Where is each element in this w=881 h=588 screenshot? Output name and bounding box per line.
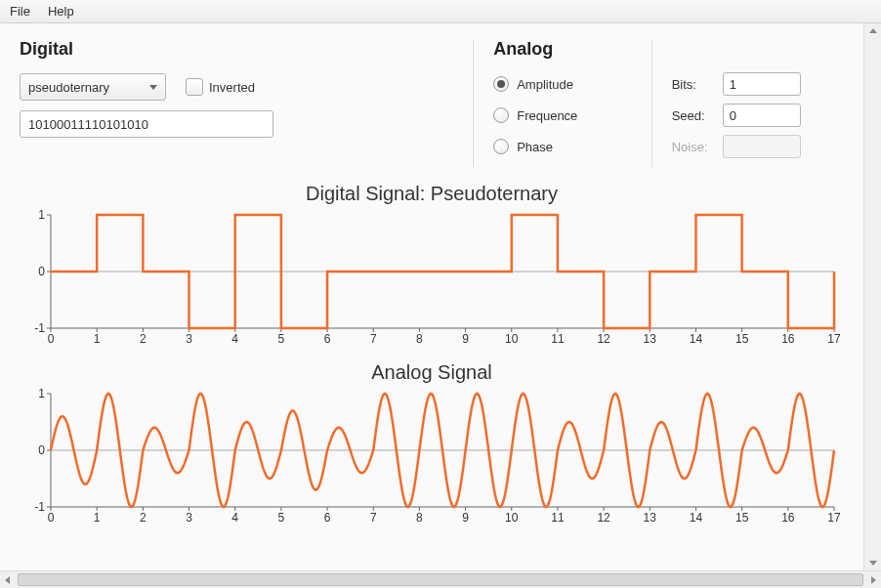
- radio-amplitude-label: Amplitude: [517, 77, 573, 92]
- bitstring-input[interactable]: 10100011110101010: [20, 110, 273, 138]
- analog-chart-title: Analog Signal: [20, 361, 844, 384]
- menubar: File Help: [0, 0, 881, 23]
- radio-phase[interactable]: [493, 139, 509, 154]
- analog-chart: 01234567891011121314151617-101: [20, 388, 844, 525]
- seed-input[interactable]: 0: [723, 104, 801, 127]
- noise-input: [723, 135, 801, 158]
- encoding-select-value: pseudoternary: [28, 80, 109, 95]
- radio-frequence-row[interactable]: Frequence: [493, 105, 650, 126]
- radio-amplitude[interactable]: [493, 76, 509, 92]
- radio-frequence-label: Frequence: [517, 108, 577, 123]
- vertical-scrollbar[interactable]: [863, 23, 881, 570]
- digital-chart: 01234567891011121314151617-101: [20, 209, 844, 346]
- bits-label: Bits:: [672, 77, 715, 92]
- inverted-label: Inverted: [209, 80, 255, 95]
- horizontal-scrollbar[interactable]: [0, 570, 881, 588]
- horizontal-scrollbar-thumb[interactable]: [18, 573, 863, 586]
- content-area: Digital pseudoternary Inverted 101000111…: [0, 23, 863, 570]
- bits-value: 1: [730, 77, 736, 92]
- analog-title: Analog: [493, 39, 650, 60]
- radio-phase-row[interactable]: Phase: [493, 136, 650, 157]
- menu-file[interactable]: File: [10, 4, 30, 19]
- chevron-down-icon: [149, 85, 157, 90]
- radio-amplitude-row[interactable]: Amplitude: [493, 73, 650, 95]
- digital-title: Digital: [20, 39, 453, 60]
- digital-chart-title: Digital Signal: Pseudoternary: [20, 183, 844, 205]
- inverted-checkbox[interactable]: [186, 78, 203, 96]
- radio-phase-label: Phase: [517, 140, 553, 154]
- inverted-checkbox-wrap[interactable]: Inverted: [186, 78, 255, 96]
- seed-label: Seed:: [672, 108, 715, 123]
- encoding-select[interactable]: pseudoternary: [20, 73, 166, 101]
- radio-frequence[interactable]: [493, 107, 509, 123]
- panel-analog: Analog Amplitude Frequence Phase Bits:: [473, 39, 844, 167]
- seed-value: 0: [730, 108, 736, 123]
- menu-help[interactable]: Help: [48, 4, 74, 19]
- panel-digital: Digital pseudoternary Inverted 101000111…: [20, 39, 473, 167]
- noise-label: Noise:: [672, 140, 715, 154]
- bitstring-value: 10100011110101010: [28, 117, 148, 132]
- bits-input[interactable]: 1: [723, 72, 801, 96]
